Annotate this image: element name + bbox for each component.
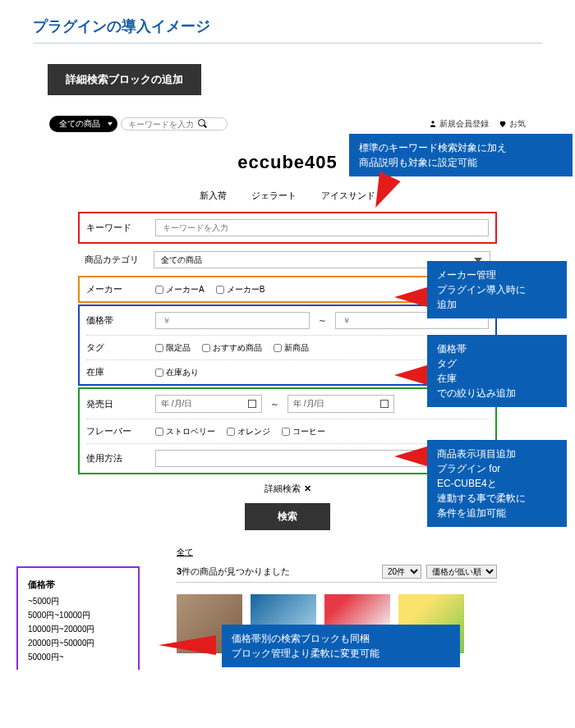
per-page-select[interactable]: 20件 (382, 565, 421, 579)
keyword-box: キーワード (78, 212, 497, 244)
tag-option[interactable]: 限定品 (155, 342, 191, 354)
tag-option[interactable]: おすすめ商品 (202, 342, 262, 354)
calendar-icon (380, 400, 389, 408)
tilde-separator: ～ (267, 398, 283, 410)
price-range-title: 価格帯 (28, 579, 128, 591)
flavor-option[interactable]: コーヒー (282, 426, 325, 437)
calendar-icon (248, 400, 256, 408)
arrow-left-icon (394, 446, 427, 466)
arrow-left-icon (394, 287, 427, 307)
maker-option[interactable]: メーカーB (216, 284, 265, 295)
usage-label: 使用方法 (86, 452, 144, 465)
callout-extra: 商品表示項目追加 プラグイン for EC-CUBE4と 連動する事で柔軟に 条… (427, 440, 567, 527)
category-label: 商品カテゴリ (85, 254, 142, 266)
flavor-option[interactable]: ストロベリー (155, 426, 215, 437)
section-header: 詳細検索ブロックの追加 (48, 64, 201, 95)
flavor-label: フレーバー (86, 425, 144, 437)
price-min-input[interactable] (155, 312, 310, 329)
tilde-separator: ～ (315, 314, 330, 327)
arrow-icon (365, 172, 400, 213)
keyword-input[interactable] (155, 219, 489, 236)
stock-label: 在庫 (86, 366, 144, 378)
price-range-item[interactable]: 5000円~10000円 (28, 610, 128, 621)
nav-tabs: 新入荷 ジェラート アイスサンド (33, 190, 542, 202)
svg-point-0 (432, 121, 435, 124)
arrow-left-icon (394, 365, 427, 385)
price-range-item[interactable]: ~5000円 (28, 596, 128, 607)
arrow-left-icon (159, 635, 216, 655)
signup-label: 新規会員登録 (439, 119, 489, 128)
stock-option[interactable]: 在庫あり (155, 367, 199, 378)
tag-option[interactable]: 新商品 (274, 342, 309, 354)
page-title: プラグインの導入イメージ (33, 16, 542, 43)
close-icon: ✕ (304, 483, 311, 494)
search-button[interactable]: 検索 (245, 503, 330, 530)
search-icon[interactable] (198, 119, 208, 129)
heart-icon (499, 119, 507, 128)
results-all-tab[interactable]: 全て (177, 547, 497, 558)
date-from-input[interactable]: 年 /月/日 (155, 395, 262, 413)
sort-select[interactable]: 価格が低い順 (426, 565, 497, 579)
results-count: 33件の商品が見つかりました件の商品が見つかりました (177, 565, 290, 578)
price-range-item[interactable]: 20000円~50000円 (28, 638, 128, 649)
price-range-block: 価格帯 ~5000円 5000円~10000円 10000円~20000円 20… (16, 566, 140, 670)
nav-tab[interactable]: 新入荷 (200, 190, 227, 202)
signup-link[interactable]: 新規会員登録 (429, 118, 489, 130)
price-label: 価格帯 (86, 314, 144, 327)
top-search-input[interactable] (128, 120, 198, 129)
maker-option[interactable]: メーカーA (155, 284, 205, 295)
flavor-option[interactable]: オレンジ (227, 426, 270, 437)
callout-priceblock: 価格帯別の検索ブロックも同梱 ブロック管理より柔軟に変更可能 (222, 625, 460, 667)
callout-keyword: 標準のキーワード検索対象に加え 商品説明も対象に設定可能 (349, 134, 573, 176)
callout-filters: 価格帯 タグ 在庫 での絞り込み追加 (427, 335, 567, 407)
category-pill[interactable]: 全ての商品 (49, 116, 117, 132)
favorite-label: お気 (509, 119, 526, 128)
keyword-label: キーワード (86, 222, 144, 234)
date-to-input[interactable]: 年 /月/日 (288, 395, 394, 413)
category-pill-label: 全ての商品 (59, 118, 100, 130)
maker-label: メーカー (86, 283, 144, 295)
callout-maker: メーカー管理 プラグイン導入時に 追加 (427, 261, 567, 318)
favorite-link[interactable]: お気 (499, 118, 526, 130)
top-search[interactable] (121, 117, 228, 130)
release-label: 発売日 (86, 398, 144, 410)
price-range-item[interactable]: 50000円~ (28, 652, 128, 663)
person-icon (429, 119, 437, 128)
nav-tab[interactable]: ジェラート (251, 190, 297, 202)
tag-label: タグ (86, 341, 144, 354)
chevron-down-icon (108, 122, 113, 126)
price-range-item[interactable]: 10000円~20000円 (28, 624, 128, 635)
